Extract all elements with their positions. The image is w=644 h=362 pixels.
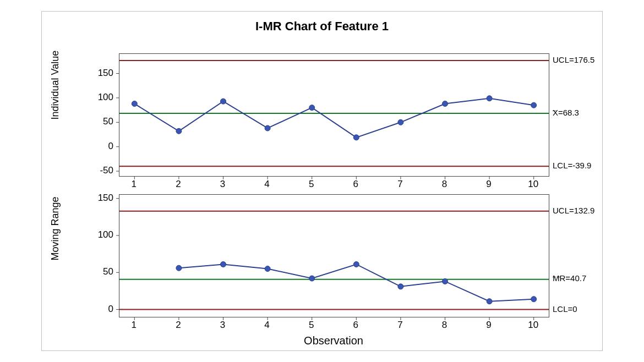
- data-point: [265, 125, 270, 131]
- data-point: [353, 135, 359, 140]
- control-limit-label: UCL=132.9: [553, 206, 600, 215]
- x-tick-label: 5: [303, 320, 320, 331]
- data-point: [487, 299, 492, 304]
- individuals-plot: [119, 54, 549, 176]
- data-point: [353, 261, 359, 267]
- x-tick-label: 2: [170, 320, 187, 331]
- x-tick-label: 2: [170, 179, 187, 190]
- moving-range-ylabel: Moving Range: [50, 250, 61, 261]
- moving-range-plot: [119, 195, 549, 317]
- x-tick-label: 10: [525, 320, 542, 331]
- y-tick-label: 50: [86, 266, 113, 277]
- data-point: [398, 284, 403, 289]
- data-point: [531, 297, 537, 302]
- y-tick-label: 0: [86, 141, 113, 152]
- x-tick-label: 1: [125, 320, 142, 331]
- data-point: [176, 128, 182, 134]
- data-point: [221, 98, 226, 104]
- x-tick-label: 4: [259, 179, 275, 190]
- data-point: [309, 105, 315, 111]
- individuals-panel: [119, 53, 549, 177]
- individuals-ylabel: Individual Value: [50, 109, 61, 120]
- chart-title: I-MR Chart of Feature 1: [42, 19, 602, 34]
- control-limit-label: __MR=40.7: [553, 271, 600, 283]
- x-tick-label: 7: [392, 179, 408, 190]
- data-point: [531, 102, 537, 108]
- x-tick-label: 6: [347, 320, 364, 331]
- x-tick-label: 4: [259, 320, 275, 331]
- x-tick-label: 9: [481, 320, 497, 331]
- x-tick-label: 10: [525, 179, 542, 190]
- x-tick-label: 3: [215, 179, 231, 190]
- y-tick-label: 0: [86, 304, 113, 315]
- control-limit-label: LCL=-39.9: [553, 161, 600, 170]
- x-tick-label: 1: [125, 179, 142, 190]
- data-point: [309, 276, 315, 281]
- control-limit-label: LCL=0: [553, 305, 600, 314]
- data-point: [132, 101, 137, 107]
- data-point: [487, 96, 492, 101]
- x-tick-label: 6: [347, 179, 364, 190]
- y-tick-label: 100: [86, 92, 113, 103]
- y-tick-label: 150: [86, 68, 113, 79]
- data-point: [265, 266, 270, 272]
- control-limit-label: _X=68.3: [553, 105, 600, 117]
- chart-frame: I-MR Chart of Feature 1 Individual Value…: [41, 11, 603, 351]
- control-limit-label: UCL=176.5: [553, 56, 600, 64]
- data-point: [176, 265, 182, 271]
- data-point: [221, 261, 226, 267]
- y-tick-label: 50: [86, 116, 113, 127]
- x-tick-label: 8: [436, 320, 453, 331]
- x-tick-label: 3: [215, 320, 231, 331]
- data-point: [443, 278, 448, 284]
- y-tick-label: -50: [86, 165, 113, 176]
- data-point: [443, 101, 448, 107]
- x-tick-label: 7: [392, 320, 408, 331]
- x-tick-label: 8: [436, 179, 453, 190]
- data-line: [134, 98, 533, 138]
- data-point: [398, 119, 403, 125]
- y-tick-label: 150: [86, 193, 113, 204]
- x-tick-label: 5: [303, 179, 320, 190]
- y-tick-label: 100: [86, 229, 113, 240]
- data-line: [179, 264, 534, 301]
- moving-range-panel: [119, 194, 549, 317]
- x-axis-label: Observation: [119, 334, 548, 347]
- x-tick-label: 9: [481, 179, 497, 190]
